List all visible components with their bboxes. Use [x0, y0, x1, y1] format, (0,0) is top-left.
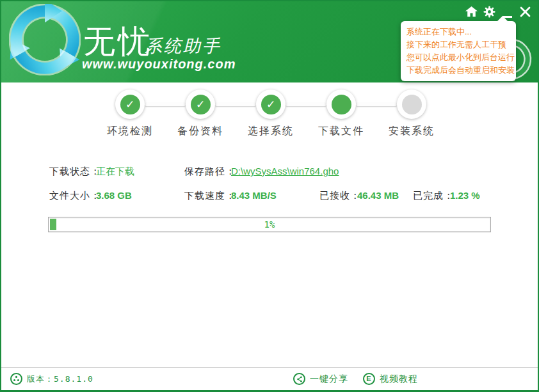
download-speed-label: 下载速度： — [184, 190, 236, 202]
version-icon — [10, 373, 22, 385]
tooltip-line: 系统正在下载中... — [406, 26, 510, 38]
step-circle: ✓ — [397, 90, 426, 119]
received-value: 46.43 MB — [357, 190, 399, 201]
check-icon: ✓ — [196, 98, 205, 111]
video-tutorial-label: 视频教程 — [380, 373, 418, 385]
step-circle: ✓ — [186, 90, 215, 119]
progress-percent: 1% — [49, 217, 490, 231]
close-icon — [520, 6, 531, 20]
version-text: 版本：5.8.1.0 — [27, 373, 93, 385]
step-circle: ✓ — [326, 90, 356, 119]
tooltip-line: 下载完成后会自动重启和安装 — [406, 64, 510, 77]
settings-button[interactable] — [480, 4, 498, 21]
tooltip-line: 您可以点此最小化到后台运行 — [406, 51, 510, 64]
video-icon: E — [363, 373, 375, 385]
download-status-label: 下载状态： — [49, 166, 101, 178]
file-size-value: 3.68 GB — [96, 190, 132, 201]
recycle-logo-icon — [9, 4, 81, 78]
save-path-link[interactable]: D:\wySysAss\win764.gho — [231, 166, 339, 176]
step-backup: ✓ 备份资料 — [165, 90, 236, 138]
website-url: www.wuyouxitong.com — [82, 57, 236, 72]
gear-icon — [483, 6, 495, 20]
received-label: 已接收： — [319, 190, 360, 202]
close-button[interactable] — [516, 4, 534, 21]
version-info: 版本：5.8.1.0 — [10, 368, 93, 390]
step-install-system: ✓ 安装系统 — [376, 90, 447, 138]
check-icon: ✓ — [266, 98, 275, 111]
video-tutorial-button[interactable]: E 视频教程 — [363, 368, 418, 390]
download-status-value: 正在下载 — [96, 166, 134, 178]
app-window: 无忧 系统助手 www.wuyouxitong.com — [0, 0, 539, 392]
save-path-label: 保存路径： — [184, 166, 236, 178]
app-subtitle: 系统助手 — [145, 35, 221, 58]
completed-label: 已完成： — [413, 190, 454, 202]
progress-bar: 1% — [48, 217, 491, 232]
check-icon: ✓ — [125, 98, 134, 111]
share-icon — [293, 373, 305, 385]
step-select-system: ✓ 选择系统 — [236, 90, 306, 138]
download-speed-value: 8.43 MB/S — [231, 190, 277, 201]
step-label: 安装系统 — [376, 125, 447, 138]
footer: 版本：5.8.1.0 一键分享 E 视频教程 — [1, 367, 538, 390]
step-label: 下载文件 — [306, 125, 376, 138]
step-env-check: ✓ 环境检测 — [95, 90, 165, 138]
download-tooltip: 系统正在下载中... 接下来的工作无需人工干预 您可以点此最小化到后台运行 下载… — [401, 21, 516, 81]
step-label: 备份资料 — [165, 125, 236, 138]
step-label: 环境检测 — [95, 125, 165, 138]
home-icon — [465, 6, 478, 19]
tooltip-line: 接下来的工作无需人工干预 — [406, 38, 510, 51]
step-circle: ✓ — [115, 90, 145, 119]
step-label: 选择系统 — [236, 125, 306, 138]
file-size-label: 文件大小： — [49, 190, 101, 202]
home-button[interactable] — [462, 4, 480, 21]
step-download-file: ✓ 下载文件 — [306, 90, 376, 138]
share-label: 一键分享 — [310, 373, 348, 385]
share-button[interactable]: 一键分享 — [293, 368, 348, 390]
completed-value: 1.23 % — [450, 190, 480, 201]
header: 无忧 系统助手 www.wuyouxitong.com — [1, 1, 538, 82]
step-circle: ✓ — [256, 90, 286, 119]
